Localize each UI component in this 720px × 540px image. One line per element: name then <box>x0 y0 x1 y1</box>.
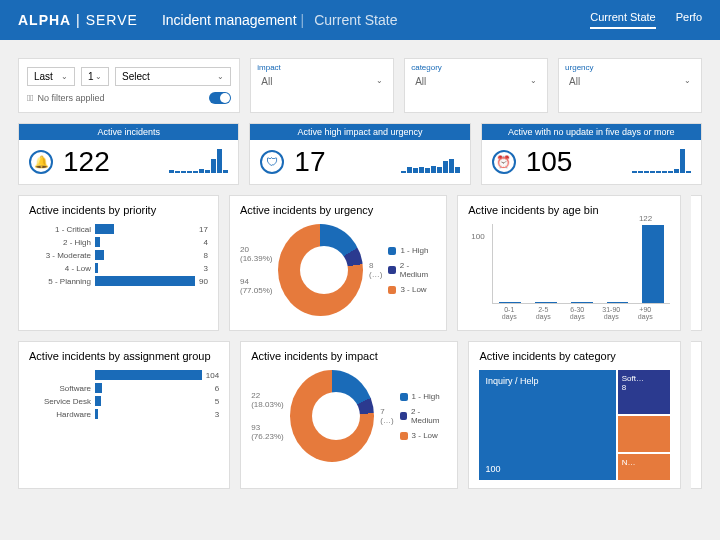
bar-row: 2 - High4 <box>29 237 208 247</box>
chevron-down-icon: ⌄ <box>376 76 383 87</box>
bar-row: 5 - Planning90 <box>29 276 208 286</box>
sparkline <box>632 151 691 173</box>
kpi-icon: 🛡 <box>260 150 284 174</box>
donut-urgency <box>278 224 363 316</box>
card-urgency: Active incidents by urgency 20(16.39%)94… <box>229 195 447 331</box>
kpi-card: Active with no update in five days or mo… <box>481 123 702 185</box>
range-count[interactable]: 1⌄ <box>81 67 109 86</box>
bar-row: Software6 <box>29 383 219 393</box>
time-filter-box: Last⌄ 1⌄ Select⌄ �⃞ No filters applied <box>18 58 240 113</box>
bar-row: 1 - Critical17 <box>29 224 208 234</box>
bar-row: Service Desk5 <box>29 396 219 406</box>
page-title: Incident management|Current State <box>162 12 398 28</box>
donut-impact <box>290 370 375 462</box>
treemap-category: Inquiry / Help100 Soft…8 N… <box>479 370 669 480</box>
tab-performance[interactable]: Perfo <box>676 11 702 29</box>
filter-icon: �⃞ <box>27 93 34 103</box>
card-age: Active incidents by age bin 122 100 0-1 … <box>457 195 681 331</box>
no-filters-label: �⃞ No filters applied <box>27 92 231 104</box>
bar-row: Hardware3 <box>29 409 219 419</box>
filter-category[interactable]: category All⌄ <box>404 58 548 113</box>
sparkline <box>401 151 460 173</box>
app-header: ALPHA | SERVE Incident management|Curren… <box>0 0 720 40</box>
kpi-card: Active high impact and urgency🛡17 <box>249 123 470 185</box>
range-unit[interactable]: Select⌄ <box>115 67 231 86</box>
filter-urgency[interactable]: urgency All⌄ <box>558 58 702 113</box>
filter-impact[interactable]: impact All⌄ <box>250 58 394 113</box>
range-select[interactable]: Last⌄ <box>27 67 75 86</box>
filter-toggle[interactable] <box>209 92 231 104</box>
card-group: Active incidents by assignment group 104… <box>18 341 230 489</box>
kpi-icon: ⏰ <box>492 150 516 174</box>
card-impact: Active incidents by impact 22(18.03%)93(… <box>240 341 458 489</box>
bar-row: 4 - Low3 <box>29 263 208 273</box>
chevron-down-icon: ⌄ <box>684 76 691 87</box>
header-tabs: Current State Perfo <box>590 11 702 29</box>
kpi-card: Active incidents🔔122 <box>18 123 239 185</box>
card-priority: Active incidents by priority 1 - Critica… <box>18 195 219 331</box>
kpi-icon: 🔔 <box>29 150 53 174</box>
card-category: Active incidents by category Inquiry / H… <box>468 341 680 489</box>
logo: ALPHA | SERVE <box>18 12 138 28</box>
tab-current-state[interactable]: Current State <box>590 11 655 29</box>
age-column-chart: 100 <box>492 224 670 304</box>
bar-row: 104 <box>29 370 219 380</box>
chevron-down-icon: ⌄ <box>530 76 537 87</box>
sparkline <box>169 151 228 173</box>
bar-row: 3 - Moderate8 <box>29 250 208 260</box>
